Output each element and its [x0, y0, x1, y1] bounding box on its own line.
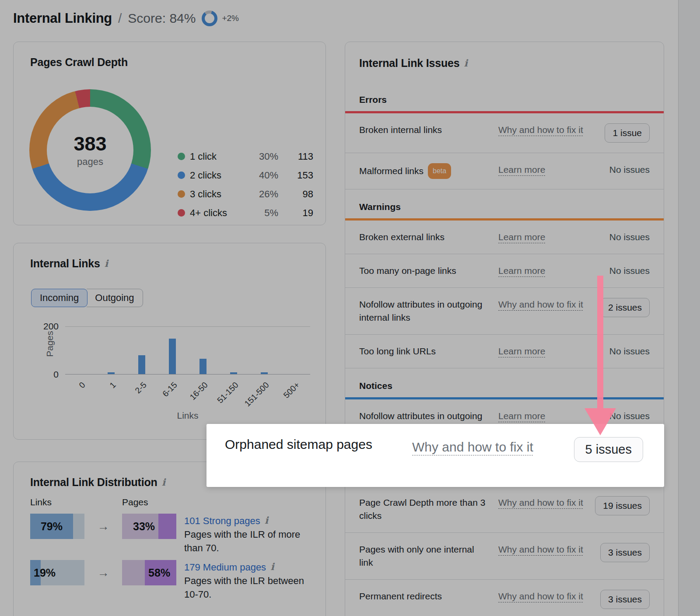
annotation-arrow-down [584, 276, 616, 435]
highlight-issue-label: Orphaned sitemap pages [225, 437, 412, 452]
arrow-head [584, 408, 616, 435]
highlight-why-how-link[interactable]: Why and how to fix it [412, 440, 533, 454]
arrow-shaft [597, 276, 603, 409]
internal-linking-report: Internal Linking / Score: 84% +2% Pages … [0, 0, 700, 616]
highlight-issue-count-button[interactable]: 5 issues [574, 437, 643, 462]
